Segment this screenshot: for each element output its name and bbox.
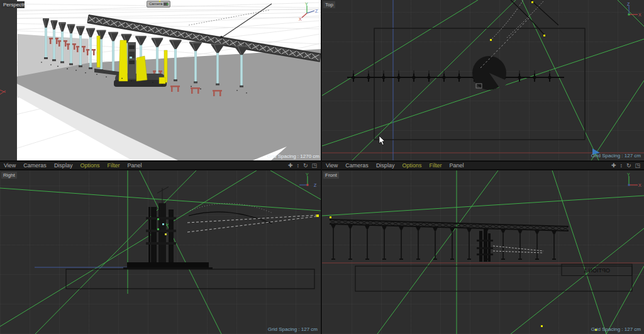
selected-points: [490, 1, 545, 41]
quad-viewport-layout: Perspective Camera Y Z X Grid Spacing : …: [0, 0, 644, 334]
film-gate-overlay: [0, 0, 17, 160]
viewport-label: Right: [1, 172, 17, 179]
axis-gizmo-front: Y X: [619, 172, 642, 194]
viewport-perspective[interactable]: Perspective Camera Y Z X Grid Spacing : …: [0, 0, 321, 160]
stanchions-top-view: [352, 70, 551, 82]
grid-spacing-label: Grid Spacing : 127 cm: [268, 326, 318, 332]
menu-panel[interactable]: Panel: [127, 162, 142, 169]
slab-annotation-mirrored: OPTION 1: [584, 267, 610, 274]
viewport-right[interactable]: Right Y Z Grid Spacing : 127 cm: [0, 170, 321, 334]
viewport-label: Top: [323, 1, 335, 8]
svg-text:X: X: [638, 13, 641, 17]
axis-gizmo-top: Z X: [619, 2, 642, 23]
menu-filter[interactable]: Filter: [107, 162, 119, 169]
top-scene: [322, 0, 644, 160]
menu-display[interactable]: Display: [376, 162, 395, 169]
grid-spacing-label: Grid Spacing : 127 cm: [591, 153, 641, 159]
menu-cameras[interactable]: Cameras: [23, 162, 47, 169]
menu-options[interactable]: Options: [80, 162, 99, 169]
viewport-label: Front: [323, 172, 339, 179]
camera-widget[interactable]: Camera: [147, 1, 170, 8]
svg-text:Z: Z: [315, 9, 318, 13]
viewport-label: Perspective: [1, 1, 25, 8]
viewport-top[interactable]: Top Z X Grid Spacing : 127 cm: [322, 0, 644, 160]
pan-icon[interactable]: ✚: [288, 162, 293, 169]
menu-view[interactable]: View: [4, 162, 16, 169]
menu-options[interactable]: Options: [402, 162, 421, 169]
truss-front-view: [330, 220, 569, 260]
zoom-icon[interactable]: ↕: [296, 162, 299, 169]
camera-icon: [164, 3, 168, 6]
perspective-scene: [0, 0, 321, 160]
menu-cameras[interactable]: Cameras: [345, 162, 369, 169]
grid-spacing-label: Grid Spacing : 1270 cm: [267, 153, 319, 159]
maximize-icon[interactable]: ◳: [311, 162, 317, 169]
rotate-icon[interactable]: ↻: [626, 162, 631, 169]
menu-view[interactable]: View: [326, 162, 338, 169]
cable-line: [221, 4, 272, 38]
axis-gizmo-right: Y Z: [296, 172, 319, 194]
camera-widget-label: Camera: [149, 2, 162, 6]
rotate-icon[interactable]: ↻: [303, 162, 308, 169]
axis-gizmo-perspective: Y Z X: [296, 2, 319, 23]
svg-text:Z: Z: [627, 2, 630, 6]
viewport-front[interactable]: OPTION 1 Front Y X Grid Spacing : 127 cm: [322, 170, 644, 334]
spline-guides-green: [322, 170, 644, 334]
grid-spacing-label: Grid Spacing : 127 cm: [591, 326, 641, 332]
svg-text:Y: Y: [627, 172, 630, 177]
svg-text:Y: Y: [306, 172, 309, 177]
measure-dashes: [493, 246, 543, 253]
selected-point: [316, 214, 319, 217]
pan-icon[interactable]: ✚: [611, 162, 616, 169]
svg-text:X: X: [638, 183, 641, 187]
cable-joint: [220, 36, 223, 38]
maximize-icon[interactable]: ◳: [635, 162, 640, 169]
menu-panel[interactable]: Panel: [449, 162, 464, 169]
zoom-icon[interactable]: ↕: [619, 162, 623, 169]
selected-points: [330, 216, 597, 331]
menu-display[interactable]: Display: [54, 162, 73, 169]
svg-text:X: X: [299, 17, 302, 21]
mouse-cursor: [379, 136, 386, 146]
right-scene: [0, 170, 321, 334]
camera-keyframe-tick: [159, 1, 160, 2]
svg-text:Y: Y: [305, 2, 308, 6]
measure-lines: [187, 203, 317, 232]
viewport-menubar-right-view: View Cameras Display Options Filter Pane…: [0, 161, 321, 170]
front-scene: OPTION 1: [322, 170, 644, 334]
menu-filter[interactable]: Filter: [429, 162, 441, 169]
viewport-menubar-front-view: View Cameras Display Options Filter Pane…: [322, 161, 644, 170]
svg-text:Z: Z: [314, 183, 317, 187]
machine-front-view: [477, 228, 493, 262]
